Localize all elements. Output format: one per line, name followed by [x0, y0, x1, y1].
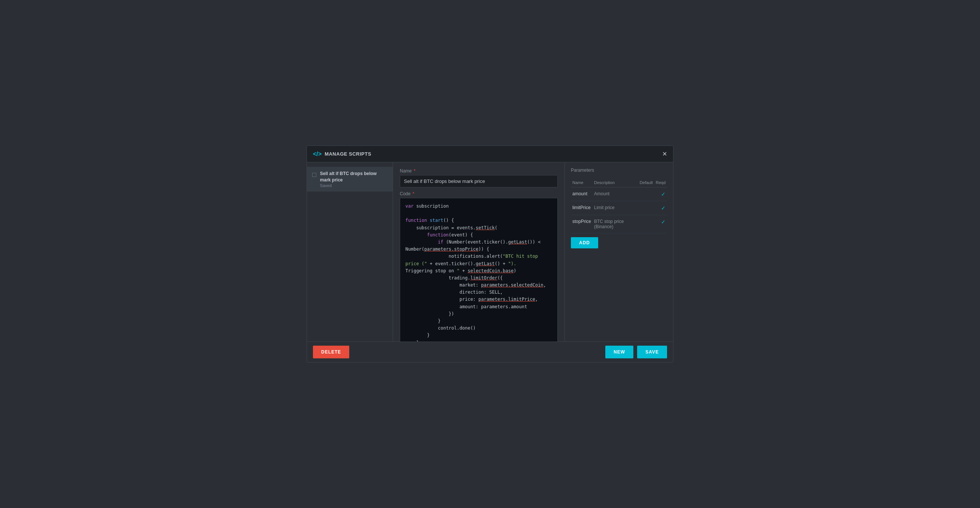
modal-footer: DELETE NEW SAVE — [307, 341, 673, 362]
footer-right-buttons: NEW SAVE — [605, 346, 667, 358]
add-parameter-button[interactable]: ADD — [571, 237, 598, 248]
close-button[interactable]: ✕ — [662, 151, 667, 157]
table-row: amount Amount ✓ — [571, 187, 667, 201]
col-header-description: Description — [593, 178, 638, 187]
param-default-stopprice — [638, 215, 654, 233]
params-title: Parameters — [571, 168, 667, 173]
script-item-info: Sell alt if BTC drops below mark price S… — [320, 171, 387, 188]
name-label: Name * — [400, 168, 558, 173]
col-header-name: Name — [571, 178, 593, 187]
right-panel: Parameters Name Description Default Reqd… — [565, 162, 673, 341]
name-field-wrapper: Name * — [400, 168, 558, 187]
sidebar: □ Sell alt if BTC drops below mark price… — [307, 162, 393, 341]
param-desc-limitprice: Limit price — [593, 201, 638, 215]
code-field-wrapper: Code * var subscription function start()… — [400, 191, 558, 341]
modal-title: MANAGE SCRIPTS — [325, 151, 371, 157]
modal-body: □ Sell alt if BTC drops below mark price… — [307, 162, 673, 341]
table-row: limitPrice Limit price ✓ — [571, 201, 667, 215]
delete-button[interactable]: DELETE — [313, 346, 349, 358]
param-desc-stopprice: BTC stop price (Binance) — [593, 215, 638, 233]
table-row: stopPrice BTC stop price (Binance) ✓ — [571, 215, 667, 233]
main-area: Name * Code * var subscription function … — [393, 162, 565, 341]
script-file-icon: □ — [312, 171, 316, 179]
col-header-reqd: Reqd — [654, 178, 667, 187]
code-editor[interactable]: var subscription function start() { subs… — [400, 198, 558, 341]
code-label: Code * — [400, 191, 558, 196]
modal-header: </> MANAGE SCRIPTS ✕ — [307, 146, 673, 162]
name-input[interactable] — [400, 175, 558, 187]
param-name-amount: amount — [571, 187, 593, 201]
manage-scripts-modal: </> MANAGE SCRIPTS ✕ □ Sell alt if BTC d… — [307, 146, 673, 362]
code-icon: </> — [313, 151, 321, 157]
modal-title-row: </> MANAGE SCRIPTS — [313, 151, 371, 157]
param-default-limitprice — [638, 201, 654, 215]
param-reqd-stopprice: ✓ — [654, 215, 667, 233]
param-name-limitprice: limitPrice — [571, 201, 593, 215]
script-item-status: Saved — [320, 183, 387, 188]
new-button[interactable]: NEW — [605, 346, 633, 358]
sidebar-script-item[interactable]: □ Sell alt if BTC drops below mark price… — [307, 167, 393, 192]
name-required-star: * — [412, 168, 415, 173]
col-header-default: Default — [638, 178, 654, 187]
params-table: Name Description Default Reqd amount Amo… — [571, 178, 667, 233]
script-item-name: Sell alt if BTC drops below mark price — [320, 171, 387, 183]
param-reqd-amount: ✓ — [654, 187, 667, 201]
param-desc-amount: Amount — [593, 187, 638, 201]
param-name-stopprice: stopPrice — [571, 215, 593, 233]
param-default-amount — [638, 187, 654, 201]
save-button[interactable]: SAVE — [637, 346, 667, 358]
param-reqd-limitprice: ✓ — [654, 201, 667, 215]
code-required-star: * — [411, 191, 414, 196]
